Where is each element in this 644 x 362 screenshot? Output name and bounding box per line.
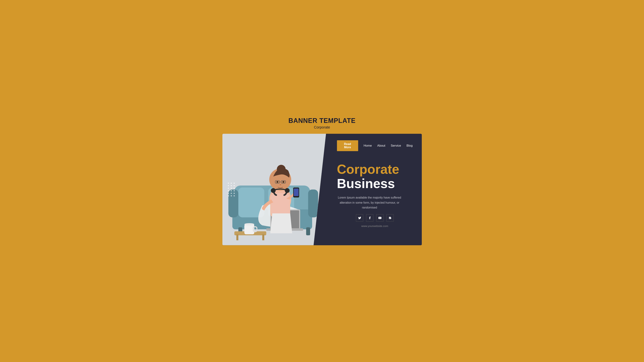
read-more-button[interactable]: Read More bbox=[337, 140, 358, 151]
page-title-section: BANNER TEMPLATE Corporate bbox=[288, 117, 356, 129]
decoration-dot bbox=[231, 183, 232, 184]
decoration-dot bbox=[228, 185, 229, 186]
page-subtitle: Corporate bbox=[288, 125, 356, 129]
svg-rect-31 bbox=[262, 234, 264, 240]
nav-bar: Read More Home About Service Blog bbox=[337, 140, 413, 151]
decoration-dot bbox=[231, 195, 232, 196]
banner-left-panel bbox=[222, 134, 326, 245]
svg-rect-7 bbox=[308, 189, 318, 217]
facebook-icon[interactable] bbox=[366, 214, 374, 221]
decoration-dot bbox=[234, 183, 235, 184]
twitter-icon[interactable] bbox=[356, 214, 363, 221]
blogger-icon[interactable] bbox=[386, 214, 394, 221]
website-url: www.yourwebsite.com bbox=[337, 224, 413, 227]
nav-item-blog[interactable]: Blog bbox=[406, 144, 412, 148]
decoration-dot bbox=[234, 195, 235, 196]
decoration-dot bbox=[234, 190, 235, 191]
svg-point-23 bbox=[282, 181, 284, 183]
svg-point-34 bbox=[244, 223, 254, 225]
decoration-dot bbox=[234, 193, 235, 194]
svg-point-24 bbox=[280, 184, 281, 185]
nav-item-home[interactable]: Home bbox=[364, 144, 372, 148]
social-icons bbox=[337, 214, 413, 221]
decoration-dot bbox=[228, 183, 229, 184]
headline-corporate: Corporate bbox=[337, 162, 413, 177]
decoration-dot bbox=[231, 193, 232, 194]
banner-right-panel: Read More Home About Service Blog Corpor… bbox=[326, 134, 422, 245]
banner-image-area bbox=[222, 134, 326, 245]
nav-item-service[interactable]: Service bbox=[391, 144, 401, 148]
decoration-dot bbox=[228, 193, 229, 194]
decoration-dot bbox=[228, 195, 229, 196]
svg-rect-30 bbox=[236, 234, 238, 240]
description-text: Lorem Ipsum available the majority have … bbox=[337, 195, 402, 210]
decoration-dot bbox=[228, 188, 229, 189]
decoration-dot bbox=[231, 185, 232, 186]
page-wrapper: BANNER TEMPLATE Corporate bbox=[222, 117, 422, 245]
decoration-dot bbox=[231, 188, 232, 189]
decoration-dot bbox=[231, 190, 232, 191]
dots-decoration bbox=[228, 183, 235, 196]
banner-main-content: Corporate Business Lorem Ipsum available… bbox=[337, 151, 413, 239]
decoration-dot bbox=[234, 185, 235, 186]
svg-point-18 bbox=[277, 165, 286, 174]
decoration-dot bbox=[228, 190, 229, 191]
svg-point-25 bbox=[271, 188, 276, 193]
svg-point-26 bbox=[285, 188, 290, 193]
decoration-dot bbox=[234, 188, 235, 189]
nav-item-about[interactable]: About bbox=[377, 144, 385, 148]
banner-card: Read More Home About Service Blog Corpor… bbox=[222, 134, 422, 245]
svg-rect-28 bbox=[294, 188, 298, 196]
page-title: BANNER TEMPLATE bbox=[288, 117, 356, 125]
person-illustration bbox=[222, 134, 326, 245]
svg-point-22 bbox=[276, 181, 278, 183]
svg-rect-9 bbox=[306, 227, 310, 235]
youtube-icon[interactable] bbox=[376, 214, 384, 221]
headline-business: Business bbox=[337, 177, 413, 191]
